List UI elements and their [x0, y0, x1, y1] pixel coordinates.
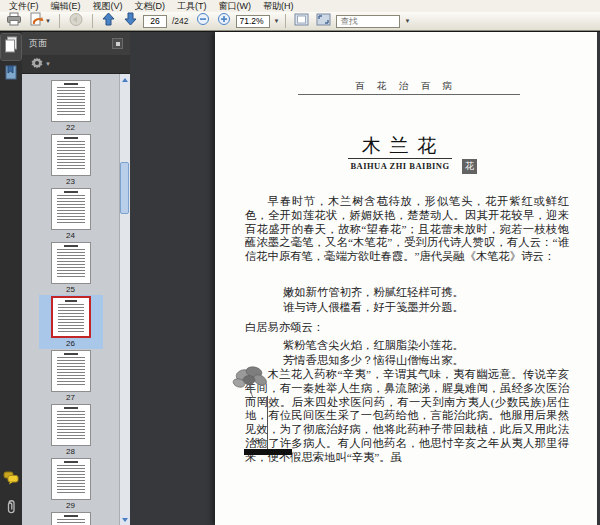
previous-view-icon: [68, 12, 84, 31]
previous-page-button[interactable]: [99, 13, 118, 30]
page-thumbnail-image[interactable]: [51, 512, 91, 525]
menu-item[interactable]: 文件(F): [3, 0, 45, 12]
scroll-down-icon: [122, 518, 128, 522]
search-options-icon[interactable]: ▼: [404, 18, 410, 24]
page-down-icon: [123, 12, 138, 30]
page-thumbnail-image[interactable]: [51, 350, 91, 392]
transition-line: 白居易亦颂云：: [245, 320, 324, 335]
page-thumbnail-image[interactable]: [51, 296, 91, 338]
menu-item[interactable]: 窗口(W): [213, 0, 258, 12]
full-screen-button[interactable]: [314, 13, 333, 30]
zoom-level-input[interactable]: [236, 15, 270, 28]
document-pane[interactable]: 百 花 治 百 病 木 兰 花 BAIHUA ZHI BAIBING 花 早春时…: [130, 32, 600, 525]
pages-panel-options-row: ▼: [22, 55, 130, 74]
page-number-bar: [244, 449, 292, 455]
pdf-reader-window: 文件(F)编辑(E)视图(V)文档(D)工具(T)窗口(W)帮助(H) ▼: [0, 0, 600, 525]
page-thumbnail[interactable]: 25: [39, 241, 103, 295]
footer-ornament-line: [267, 396, 268, 452]
bookmarks-panel-button[interactable]: [1, 62, 21, 88]
page-thumbnail-image[interactable]: [51, 134, 91, 176]
options-gear-icon[interactable]: [31, 55, 43, 73]
page-number-input[interactable]: [143, 15, 167, 28]
full-screen-icon: [316, 12, 331, 30]
menu-item[interactable]: 视图(V): [87, 0, 129, 12]
title-rule: [348, 158, 452, 159]
print-icon: [6, 12, 22, 30]
page-thumbnail-image[interactable]: [51, 242, 91, 284]
pages-panel-button[interactable]: [1, 34, 21, 60]
attachments-panel-button[interactable]: [1, 495, 21, 521]
page-up-icon: [101, 12, 116, 30]
running-header: 百 花 治 百 病: [215, 80, 597, 93]
poem-line: 谁与诗人偎槛看，好于笺墨并分题。: [283, 300, 464, 315]
article-pinyin: BAIHUA ZHI BAIBING: [348, 161, 452, 171]
page-thumbnail-label: 28: [66, 447, 75, 456]
thumbnails-area: 22 23 24: [22, 74, 130, 525]
print-button[interactable]: [4, 13, 24, 30]
page-thumbnail-image[interactable]: [51, 404, 91, 446]
page-thumbnail-label: 26: [66, 339, 75, 348]
panel-menu-icon: [116, 42, 120, 46]
paragraph-1: 早春时节，木兰树含苞待放，形似笔头，花开紫红或鲜红色，全开如莲花状，娇媚妖艳，楚…: [245, 195, 569, 264]
zoom-out-button[interactable]: [194, 13, 212, 30]
poem-line: 紫粉笔含尖火焰，红胭脂染小莲花。: [283, 338, 464, 353]
page-thumbnail-label: 27: [66, 393, 75, 402]
page-thumbnail-label: 25: [66, 285, 75, 294]
category-badge: 花: [462, 159, 477, 174]
page-thumbnail[interactable]: 28: [39, 403, 103, 457]
page-thumbnail-image[interactable]: [51, 188, 91, 230]
poem-2: 紫粉笔含尖火焰，红胭脂染小莲花。芳情香思知多少？恼得山僧悔出家。: [283, 338, 464, 369]
comments-panel-button[interactable]: [1, 467, 21, 493]
poem-line: 芳情香思知多少？恼得山僧悔出家。: [283, 353, 464, 368]
page-thumbnail-label: 23: [66, 177, 75, 186]
page-thumbnail-label: 24: [66, 231, 75, 240]
menu-bar: 文件(F)编辑(E)视图(V)文档(D)工具(T)窗口(W)帮助(H): [0, 0, 600, 12]
page-thumbnail[interactable]: 24: [39, 187, 103, 241]
page-number: 18: [245, 436, 265, 446]
page-thumbnail[interactable]: 23: [39, 133, 103, 187]
panel-menu-button[interactable]: [112, 38, 123, 49]
pages-panel-header: 页面: [22, 32, 130, 55]
page-thumbnail-image[interactable]: [51, 458, 91, 500]
options-caret-icon[interactable]: ▼: [45, 61, 51, 67]
main-area: 页面 ▼ 22: [0, 31, 600, 525]
zoom-in-button[interactable]: [215, 13, 233, 30]
scroll-up-icon: [122, 78, 128, 82]
search-input[interactable]: [336, 15, 400, 28]
page-thumbnail[interactable]: 26: [39, 295, 103, 349]
nav-icon-strip: [0, 32, 22, 525]
previous-view-button[interactable]: [66, 13, 86, 30]
menu-item[interactable]: 帮助(H): [257, 0, 300, 12]
zoom-in-icon: [217, 12, 231, 30]
toolbar: ▼ /242: [0, 12, 600, 31]
toolbar-separator: [59, 14, 60, 28]
page-total-label: /242: [170, 16, 191, 26]
thumbnails-scrollbar[interactable]: [119, 74, 130, 525]
next-page-button[interactable]: [121, 13, 140, 30]
page-thumbnail-image[interactable]: [51, 80, 91, 122]
running-header-rule: [298, 94, 520, 95]
scroll-up-button[interactable]: [120, 74, 130, 85]
article-title-block: 木 兰 花 BAIHUA ZHI BAIBING 花: [348, 135, 452, 171]
flower-illustration: [229, 365, 271, 403]
menu-item[interactable]: 编辑(E): [45, 0, 87, 12]
menu-item[interactable]: 工具(T): [171, 0, 213, 12]
export-button[interactable]: ▼: [27, 13, 53, 30]
page-thumbnail-label: 29: [66, 501, 75, 510]
fit-width-button[interactable]: [292, 13, 311, 30]
chevron-down-icon: ▼: [45, 18, 51, 24]
page-thumbnail[interactable]: 30: [39, 511, 103, 525]
comments-icon: [3, 471, 19, 489]
menu-item[interactable]: 文档(D): [129, 0, 172, 12]
page-thumbnail[interactable]: 29: [39, 457, 103, 511]
scroll-down-button[interactable]: [120, 514, 130, 525]
attachment-paperclip-icon: [5, 498, 18, 519]
page-thumbnail[interactable]: 22: [39, 79, 103, 133]
scrollbar-thumb[interactable]: [120, 162, 129, 214]
poem-1: 嫩如新竹管初齐，粉腻红轻样可携。谁与诗人偎槛看，好于笺墨并分题。: [283, 285, 464, 316]
page-thumbnail[interactable]: 27: [39, 349, 103, 403]
zoom-dropdown-icon[interactable]: ▼: [274, 18, 280, 24]
toolbar-separator: [285, 14, 286, 28]
pages-panel-title: 页面: [29, 37, 47, 50]
bookmarks-icon: [4, 64, 18, 86]
